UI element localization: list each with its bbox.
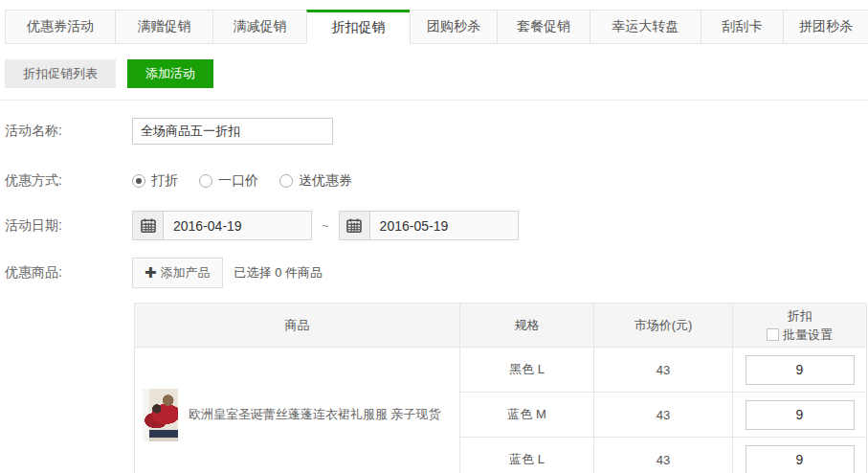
- activity-name-label: 活动名称:: [5, 123, 132, 140]
- discount-cell: [733, 348, 867, 393]
- tab-group-seckill[interactable]: 团购秒杀: [410, 10, 498, 44]
- discount-input[interactable]: [746, 445, 855, 473]
- batch-set-checkbox[interactable]: [767, 328, 779, 341]
- radio-label: 一口价: [218, 172, 258, 190]
- table-row: 欧洲皇室圣诞蕾丝蓬蓬连衣裙礼服服 亲子现货 黑色 L 43: [135, 348, 867, 393]
- radio-label: 打折: [151, 172, 178, 190]
- tab-lucky-wheel[interactable]: 幸运大转盘: [590, 10, 701, 44]
- tab-full-reduction-promo[interactable]: 满减促销: [212, 10, 307, 44]
- section-divider: [0, 100, 868, 101]
- radio-option-dazhe[interactable]: 打折: [132, 172, 178, 190]
- price-cell: 43: [594, 393, 733, 438]
- add-product-label: 添加产品: [161, 264, 211, 282]
- discount-list-button[interactable]: 折扣促销列表: [5, 59, 116, 88]
- product-name: 欧洲皇室圣诞蕾丝蓬蓬连衣裙礼服服 亲子现货: [189, 406, 441, 423]
- date-start-value: 2016-04-19: [164, 218, 242, 234]
- activity-form: 活动名称: 优惠方式: 打折 一口价 送优惠券 活动日期: [0, 118, 868, 288]
- add-product-button[interactable]: ✚ 添加产品: [132, 258, 223, 288]
- radio-option-songyouhuiquan[interactable]: 送优惠券: [279, 172, 352, 190]
- radio-selected-icon[interactable]: [132, 174, 145, 188]
- date-range-separator: ~: [322, 218, 329, 233]
- radio-label: 送优惠券: [299, 172, 352, 190]
- date-end-value: 2016-05-19: [370, 218, 449, 234]
- radio-unselected-icon[interactable]: [279, 174, 293, 188]
- discount-method-options: 打折 一口价 送优惠券: [132, 172, 373, 190]
- date-start-field[interactable]: 2016-04-19: [132, 211, 312, 240]
- activity-date-label: 活动日期:: [5, 217, 132, 235]
- activity-name-input[interactable]: [132, 118, 333, 145]
- discount-cell: [733, 393, 867, 438]
- table-header-row: 商品 规格 市场价(元) 折扣 批量设置: [135, 304, 867, 348]
- spec-cell: 蓝色 L: [460, 438, 594, 473]
- tab-pintuan-seckill[interactable]: 拼团秒杀: [783, 10, 868, 44]
- selected-count-text: 已选择 0 件商品: [234, 264, 323, 282]
- plus-icon: ✚: [145, 264, 157, 282]
- tab-scratch-card[interactable]: 刮刮卡: [701, 10, 784, 44]
- tab-coupon-activity[interactable]: 优惠券活动: [5, 10, 116, 44]
- calendar-icon[interactable]: [340, 212, 370, 239]
- promo-products-label: 优惠商品:: [5, 264, 132, 282]
- date-end-field[interactable]: 2016-05-19: [339, 211, 519, 240]
- tab-discount-promo[interactable]: 折扣促销: [306, 10, 411, 44]
- price-cell: 43: [594, 348, 733, 393]
- discount-input[interactable]: [746, 400, 855, 430]
- radio-option-yikoujia[interactable]: 一口价: [199, 172, 258, 190]
- discount-promo-page: 优惠券活动 满赠促销 满减促销 折扣促销 团购秒杀 套餐促销 幸运大转盘 刮刮卡…: [0, 0, 868, 473]
- header-discount: 折扣 批量设置: [733, 304, 867, 348]
- tab-package-promo[interactable]: 套餐促销: [497, 10, 590, 44]
- product-image: [143, 389, 178, 441]
- tab-full-gift-promo[interactable]: 满赠促销: [115, 10, 213, 44]
- product-cell: 欧洲皇室圣诞蕾丝蓬蓬连衣裙礼服服 亲子现货: [135, 348, 460, 473]
- promo-tabbar: 优惠券活动 满赠促销 满减促销 折扣促销 团购秒杀 套餐促销 幸运大转盘 刮刮卡…: [5, 10, 868, 44]
- discount-method-label: 优惠方式:: [5, 172, 132, 190]
- batch-set-label: 批量设置: [783, 326, 833, 345]
- add-activity-button[interactable]: 添加活动: [127, 59, 213, 88]
- discount-cell: [733, 438, 867, 473]
- radio-unselected-icon[interactable]: [199, 174, 212, 188]
- product-discount-table: 商品 规格 市场价(元) 折扣 批量设置: [134, 303, 867, 473]
- subnav: 折扣促销列表 添加活动: [5, 59, 868, 88]
- spec-cell: 蓝色 M: [460, 393, 594, 438]
- header-price: 市场价(元): [594, 304, 733, 348]
- discount-input[interactable]: [746, 355, 855, 385]
- calendar-icon[interactable]: [133, 212, 164, 239]
- header-product: 商品: [135, 304, 460, 348]
- spec-cell: 黑色 L: [460, 348, 594, 393]
- discount-header-label: 折扣: [733, 306, 866, 326]
- price-cell: 43: [594, 438, 733, 473]
- batch-set-toggle[interactable]: 批量设置: [733, 326, 866, 345]
- header-spec: 规格: [460, 304, 594, 348]
